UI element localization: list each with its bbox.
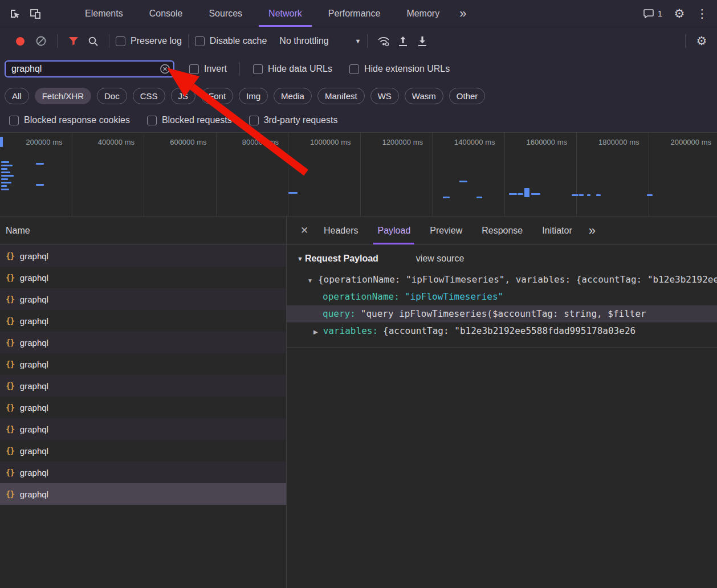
tab-console[interactable]: Console xyxy=(136,0,196,27)
close-panel-icon[interactable]: ✕ xyxy=(295,224,314,236)
request-row[interactable]: {}graphql xyxy=(0,418,286,440)
request-row[interactable]: {}graphql xyxy=(0,440,286,462)
chip-fetch-xhr[interactable]: Fetch/XHR xyxy=(35,88,91,104)
expand-triangle-icon[interactable]: ▶ xyxy=(313,329,318,335)
hide-data-urls-checkbox[interactable] xyxy=(253,64,263,74)
collapse-triangle-icon[interactable]: ▼ xyxy=(297,255,303,262)
kebab-menu-icon[interactable]: ⋮ xyxy=(692,3,712,24)
tab-preview[interactable]: Preview xyxy=(420,217,472,244)
clear-requests-icon[interactable] xyxy=(31,31,51,51)
request-row[interactable]: {}graphql xyxy=(0,288,286,310)
network-overview-timeline[interactable]: 200000 ms 400000 ms 600000 ms 800000 ms … xyxy=(0,132,717,217)
invert-checkbox[interactable] xyxy=(189,64,199,74)
fetch-xhr-icon: {} xyxy=(6,295,14,304)
preserve-log-checkbox[interactable] xyxy=(116,36,125,46)
chip-font[interactable]: Font xyxy=(201,88,233,104)
blocked-filters-bar: Blocked response cookies Blocked request… xyxy=(0,108,717,132)
more-detail-tabs-icon[interactable]: » xyxy=(582,223,602,238)
request-row[interactable]: {}graphql xyxy=(0,462,286,483)
request-row[interactable]: {}graphql xyxy=(0,332,286,353)
fetch-xhr-icon: {} xyxy=(6,381,14,390)
json-key: variables: xyxy=(323,325,378,336)
blocked-response-cookies-toggle[interactable]: Blocked response cookies xyxy=(9,115,130,125)
blocked-requests-toggle[interactable]: Blocked requests xyxy=(147,115,232,125)
clear-filter-icon[interactable] xyxy=(160,64,170,75)
preserve-log-label: Preserve log xyxy=(131,36,182,46)
tab-payload[interactable]: Payload xyxy=(368,217,420,244)
request-row-selected[interactable]: {}graphql xyxy=(0,483,286,505)
network-filter-input[interactable] xyxy=(5,60,174,77)
tab-memory[interactable]: Memory xyxy=(393,0,453,27)
preserve-log-toggle[interactable]: Preserve log xyxy=(116,36,182,46)
settings-gear-icon[interactable]: ⚙ xyxy=(669,3,690,24)
filter-funnel-glyph xyxy=(68,36,79,46)
console-messages-button[interactable]: 1 xyxy=(639,9,667,18)
tab-network[interactable]: Network xyxy=(255,0,315,27)
tab-initiator[interactable]: Initiator xyxy=(532,217,581,244)
network-conditions-icon[interactable] xyxy=(374,31,393,51)
network-settings-gear-icon[interactable]: ⚙ xyxy=(692,31,711,51)
blocked-response-cookies-checkbox[interactable] xyxy=(9,116,19,125)
hide-extension-urls-toggle[interactable]: Hide extension URLs xyxy=(349,64,450,74)
tab-headers[interactable]: Headers xyxy=(314,217,368,244)
filter-funnel-icon[interactable] xyxy=(64,31,83,51)
throttling-select[interactable]: No throttling ▼ xyxy=(279,36,361,46)
request-row[interactable]: {}graphql xyxy=(0,267,286,288)
payload-root-node[interactable]: ▼{operationName: "ipFlowTimeseries", var… xyxy=(287,271,717,288)
disable-cache-checkbox[interactable] xyxy=(195,36,205,46)
clear-glyph xyxy=(35,35,47,47)
chip-doc[interactable]: Doc xyxy=(97,88,127,104)
timeline-label: 1600000 ms xyxy=(505,133,577,216)
request-details-panel: ✕ Headers Payload Preview Response Initi… xyxy=(286,217,717,588)
request-name: graphql xyxy=(20,381,48,391)
third-party-requests-toggle[interactable]: 3rd-party requests xyxy=(249,115,338,125)
chip-img[interactable]: Img xyxy=(239,88,268,104)
view-source-link[interactable]: view source xyxy=(416,254,464,264)
chip-manifest[interactable]: Manifest xyxy=(317,88,365,104)
chip-media[interactable]: Media xyxy=(274,88,312,104)
chip-other[interactable]: Other xyxy=(449,88,486,104)
fetch-xhr-icon: {} xyxy=(6,360,14,369)
third-party-requests-checkbox[interactable] xyxy=(249,116,259,125)
device-toolbar-icon[interactable] xyxy=(25,3,46,24)
chip-wasm[interactable]: Wasm xyxy=(405,88,443,104)
chip-css[interactable]: CSS xyxy=(133,88,165,104)
chip-ws[interactable]: WS xyxy=(370,88,399,104)
upload-arrow-glyph xyxy=(398,36,408,47)
search-icon[interactable] xyxy=(83,31,103,51)
chip-all[interactable]: All xyxy=(5,88,29,104)
invert-toggle[interactable]: Invert xyxy=(189,64,227,74)
fetch-xhr-icon: {} xyxy=(6,251,14,260)
tab-elements[interactable]: Elements xyxy=(72,0,136,27)
tab-response[interactable]: Response xyxy=(472,217,532,244)
expand-triangle-icon[interactable]: ▼ xyxy=(307,277,313,284)
tab-sources[interactable]: Sources xyxy=(195,0,255,27)
request-row[interactable]: {}graphql xyxy=(0,375,286,397)
toolbar-divider xyxy=(685,34,686,48)
import-har-icon[interactable] xyxy=(393,31,413,51)
chip-js[interactable]: JS xyxy=(171,88,196,104)
payload-row-query[interactable]: query:"query ipFlowTimeseries($accountTa… xyxy=(287,305,717,322)
request-payload-section-header[interactable]: ▼ Request Payload view source xyxy=(287,246,717,271)
hide-extension-urls-checkbox[interactable] xyxy=(349,64,359,74)
request-row[interactable]: {}graphql xyxy=(0,353,286,375)
export-har-icon[interactable] xyxy=(413,31,432,51)
toolbar-divider xyxy=(367,34,368,48)
inspect-element-icon[interactable] xyxy=(5,3,25,24)
request-name: graphql xyxy=(20,360,48,369)
payload-row-variables[interactable]: ▶variables:{accountTag: "b12e3b2192ee558… xyxy=(287,322,717,340)
request-row[interactable]: {}graphql xyxy=(0,245,286,267)
fetch-xhr-icon: {} xyxy=(6,338,14,347)
disable-cache-toggle[interactable]: Disable cache xyxy=(195,36,267,46)
hide-data-urls-toggle[interactable]: Hide data URLs xyxy=(253,64,332,74)
tab-performance[interactable]: Performance xyxy=(315,0,394,27)
more-tabs-icon[interactable]: » xyxy=(453,0,473,27)
fetch-xhr-icon: {} xyxy=(6,468,14,477)
timeline-label: 400000 ms xyxy=(72,133,145,216)
request-row[interactable]: {}graphql xyxy=(0,310,286,332)
name-column-header[interactable]: Name xyxy=(0,217,286,245)
record-button[interactable] xyxy=(16,37,25,46)
blocked-requests-checkbox[interactable] xyxy=(147,116,157,125)
tab-payload-label: Payload xyxy=(377,226,410,236)
request-row[interactable]: {}graphql xyxy=(0,397,286,418)
